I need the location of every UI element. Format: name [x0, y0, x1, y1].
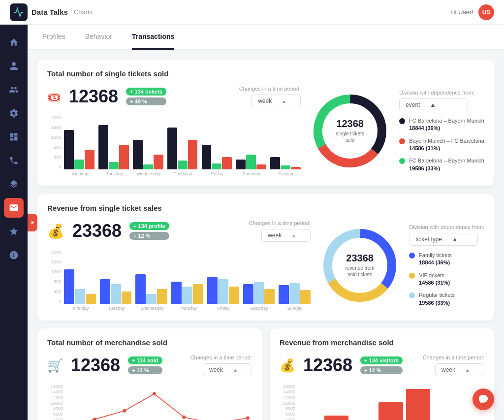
sidebar-toggle[interactable] [28, 214, 37, 231]
legend-item-2: Bayern Munich – FC Barcelona14586 (31%) [399, 137, 484, 153]
card1-time-value: week [258, 97, 272, 104]
legend-dot-4 [409, 253, 415, 258]
card2-division-value: ticket type [415, 236, 442, 243]
card4-badge2: + 12 % [360, 366, 403, 374]
legend-item-6: Regular tickets19586 (33%) [409, 291, 484, 307]
card1-value: 12368 [69, 86, 118, 107]
brand-name: Data Talks [32, 8, 68, 16]
card2-title: Revenue from single ticket sales [47, 204, 484, 212]
logo-icon [10, 3, 28, 21]
card4-badge1: + 134 visitors [360, 356, 403, 364]
sidebar [0, 25, 28, 420]
card1-donut-label: single ticketssold [336, 130, 364, 143]
legend-dot-5 [409, 273, 415, 279]
card2-donut-label: revenue fromsold tickets [346, 265, 375, 278]
tab-profiles[interactable]: Profiles [42, 25, 65, 50]
card3-badge1: + 134 sold [128, 356, 162, 364]
legend-item-4: Family tickets18844 (36%) [409, 252, 484, 267]
card-merch: Total number of merchandise sold 🛒 12368… [37, 328, 262, 420]
sidebar-item-person[interactable] [4, 56, 24, 76]
card1-title: Total number of single tickets sold [47, 69, 484, 78]
greeting-text: Hi User! [450, 8, 473, 16]
card2-value: 23368 [72, 221, 122, 241]
card2-badge2: + 12 % [129, 232, 169, 240]
legend-dot-1 [399, 118, 405, 124]
card2-donut: 23368 revenue fromsold tickets [320, 226, 399, 305]
svg-point-10 [123, 409, 126, 413]
card2-badge1: + 134 profile [129, 222, 169, 230]
bottom-row: Total number of merchandise sold 🛒 12368… [37, 328, 494, 420]
card1-donut: 12368 single ticketssold [311, 92, 389, 170]
legend-dot-3 [399, 158, 405, 164]
card2-division-label: Division with dependence from: [409, 224, 484, 230]
sidebar-item-layers[interactable] [4, 174, 24, 194]
sidebar-item-email[interactable] [4, 198, 24, 218]
svg-point-9 [93, 418, 96, 420]
card-single-tickets: Total number of single tickets sold 🎟 12… [37, 60, 494, 186]
brand-sub: Charts [74, 8, 93, 16]
revenue-icon: 💰 [47, 223, 64, 239]
sidebar-item-info[interactable] [4, 245, 24, 265]
card4-time-value: week [441, 366, 455, 373]
card4-time-label: Changes in a time period: [423, 355, 484, 360]
card3-time-dropdown[interactable]: week ▲ [203, 363, 252, 376]
card2-legend: Family tickets18844 (36%) VIP tickets145… [409, 252, 484, 307]
card3-value: 12368 [71, 355, 120, 376]
card1-badge1: + 134 tickets [126, 88, 166, 96]
svg-point-12 [182, 416, 186, 419]
svg-point-14 [246, 417, 250, 420]
card1-time-label: Changes in a time period: [239, 86, 301, 92]
card3-time-value: week [209, 366, 223, 373]
card4-title: Revenue from merchandise sold [280, 338, 484, 347]
sidebar-item-settings[interactable] [4, 103, 24, 123]
card1-division-value: event [406, 101, 420, 108]
card2-division-dropdown[interactable]: ticket type ▲ [409, 233, 478, 246]
sidebar-item-home[interactable] [4, 32, 24, 52]
card-revenue: Revenue from single ticket sales 💰 23368… [37, 194, 494, 321]
legend-item-5: VIP tickets14586 (31%) [409, 272, 484, 287]
main-content: Profiles Behavior Transactions Total num… [28, 25, 504, 420]
card2-time-label: Changes in a time period: [249, 220, 311, 226]
card3-time-label: Changes in a time period: [190, 355, 252, 360]
card1-donut-value: 12368 [336, 119, 364, 129]
legend-dot-2 [399, 138, 405, 144]
dashboard: Total number of single tickets sold 🎟 12… [28, 50, 504, 420]
card3-badge2: + 12 % [128, 366, 162, 374]
chat-button[interactable] [472, 388, 494, 410]
card4-value: 12368 [303, 355, 352, 376]
legend-item-3: FC Barcelona – Bayern Munich19586 (33%) [399, 157, 484, 172]
line-chart [65, 384, 252, 420]
sidebar-item-phone[interactable] [4, 151, 24, 170]
card3-title: Total number of merchandise sold [47, 338, 252, 347]
tab-behavior[interactable]: Behavior [85, 25, 112, 50]
merch-icon: 🛒 [47, 358, 63, 373]
card4-time-dropdown[interactable]: week ▲ [435, 363, 484, 376]
legend-item-1: FC Barcelona – Bayern Munich18844 (36%) [399, 117, 484, 132]
card-merch-revenue: Revenue from merchandise sold 💰 12368 + … [270, 328, 494, 420]
user-avatar[interactable]: US [478, 4, 494, 20]
sidebar-item-group[interactable] [4, 80, 24, 99]
card1-badge2: + 49 % [126, 97, 166, 105]
card1-dropdown-arrow: ▲ [282, 98, 286, 104]
top-nav: Data Talks Charts Hi User! US [0, 0, 504, 25]
tab-nav: Profiles Behavior Transactions [28, 25, 504, 50]
card1-division-dropdown[interactable]: event ▲ [399, 98, 468, 111]
sidebar-item-chart[interactable] [4, 127, 24, 147]
tab-transactions[interactable]: Transactions [132, 25, 174, 50]
layout: Profiles Behavior Transactions Total num… [0, 25, 504, 420]
top-nav-right: Hi User! US [450, 4, 494, 20]
card1-division-label: Division with dependence from: [399, 90, 484, 96]
logo-area: Data Talks Charts [10, 3, 93, 21]
revenue-icon2: 💰 [280, 358, 295, 373]
card2-time-dropdown[interactable]: week ▲ [261, 229, 311, 242]
card1-legend: FC Barcelona – Bayern Munich18844 (36%) … [399, 117, 484, 172]
card2-donut-value: 23368 [346, 253, 375, 263]
sidebar-item-star[interactable] [4, 222, 24, 241]
legend-dot-6 [409, 292, 415, 298]
svg-point-11 [153, 392, 156, 395]
card1-time-dropdown[interactable]: week ▲ [252, 95, 301, 107]
ticket-icon: 🎟 [47, 89, 61, 105]
card2-time-value: week [268, 232, 282, 239]
